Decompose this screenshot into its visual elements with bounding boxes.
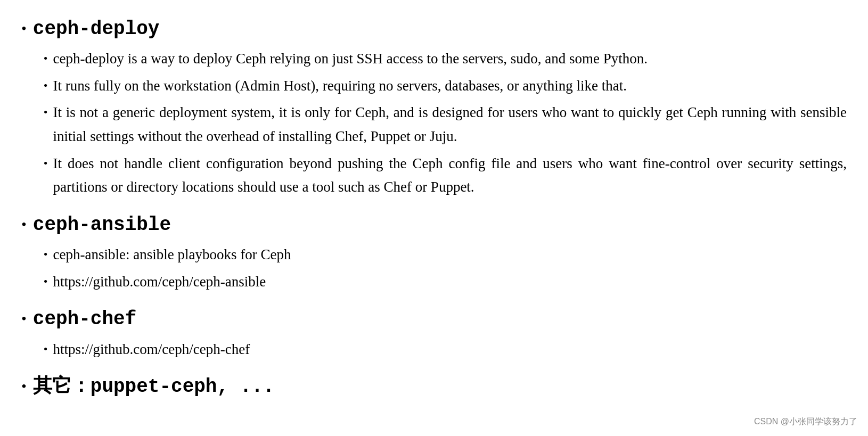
main-item-content-ceph-chef: ceph-chef•https://github.com/ceph/ceph-c… xyxy=(33,306,847,364)
main-item-content-ceph-ansible: ceph-ansible•ceph-ansible: ansible playb… xyxy=(33,212,847,297)
main-list-item-ceph-deploy: •ceph-deploy•ceph-deploy is a way to dep… xyxy=(21,16,847,202)
sub-bullet-ceph-ansible-1: • xyxy=(44,272,48,291)
sub-item-text-ceph-ansible-1: https://github.com/ceph/ceph-ansible xyxy=(53,270,847,294)
sub-bullet-ceph-deploy-2: • xyxy=(44,103,48,121)
main-list: •ceph-deploy•ceph-deploy is a way to dep… xyxy=(21,16,847,405)
sub-list-item-ceph-ansible-1: •https://github.com/ceph/ceph-ansible xyxy=(44,270,847,294)
sub-item-text-ceph-chef-0: https://github.com/ceph/ceph-chef xyxy=(53,338,847,361)
main-item-title-ceph-chef: ceph-chef xyxy=(33,306,847,333)
sub-bullet-ceph-chef-0: • xyxy=(44,340,48,358)
watermark: CSDN @小张同学该努力了 xyxy=(754,415,857,429)
main-bullet-ceph-chef: • xyxy=(21,307,27,331)
sub-item-text-ceph-deploy-2: It is not a generic deployment system, i… xyxy=(53,101,847,148)
sub-list-item-ceph-deploy-1: •It runs fully on the workstation (Admin… xyxy=(44,74,847,98)
main-item-title-other: 其它：puppet-ceph, ... xyxy=(33,374,847,400)
sub-list-ceph-chef: •https://github.com/ceph/ceph-chef xyxy=(44,338,847,361)
sub-list-item-ceph-deploy-2: •It is not a generic deployment system, … xyxy=(44,101,847,148)
sub-list-ceph-ansible: •ceph-ansible: ansible playbooks for Cep… xyxy=(44,243,847,293)
sub-item-text-ceph-deploy-3: It does not handle client configuration … xyxy=(53,152,847,199)
sub-list-item-ceph-chef-0: •https://github.com/ceph/ceph-chef xyxy=(44,338,847,361)
main-list-item-other: •其它：puppet-ceph, ... xyxy=(21,374,847,405)
sub-list-item-ceph-deploy-3: •It does not handle client configuration… xyxy=(44,152,847,199)
main-list-item-ceph-chef: •ceph-chef•https://github.com/ceph/ceph-… xyxy=(21,306,847,364)
main-item-title-ceph-deploy: ceph-deploy xyxy=(33,16,847,43)
sub-bullet-ceph-deploy-1: • xyxy=(44,76,48,95)
sub-bullet-ceph-deploy-0: • xyxy=(44,49,48,68)
main-list-item-ceph-ansible: •ceph-ansible•ceph-ansible: ansible play… xyxy=(21,212,847,297)
sub-bullet-ceph-deploy-3: • xyxy=(44,154,48,172)
sub-item-text-ceph-deploy-0: ceph-deploy is a way to deploy Ceph rely… xyxy=(53,47,847,71)
main-item-title-ceph-ansible: ceph-ansible xyxy=(33,212,847,238)
sub-list-item-ceph-ansible-0: •ceph-ansible: ansible playbooks for Cep… xyxy=(44,243,847,267)
sub-item-text-ceph-ansible-0: ceph-ansible: ansible playbooks for Ceph xyxy=(53,243,847,267)
main-bullet-other: • xyxy=(21,375,27,399)
sub-list-item-ceph-deploy-0: •ceph-deploy is a way to deploy Ceph rel… xyxy=(44,47,847,71)
main-bullet-ceph-ansible: • xyxy=(21,213,27,237)
main-item-content-other: 其它：puppet-ceph, ... xyxy=(33,374,847,405)
sub-list-ceph-deploy: •ceph-deploy is a way to deploy Ceph rel… xyxy=(44,47,847,199)
sub-bullet-ceph-ansible-0: • xyxy=(44,245,48,264)
main-bullet-ceph-deploy: • xyxy=(21,17,27,41)
sub-item-text-ceph-deploy-1: It runs fully on the workstation (Admin … xyxy=(53,74,847,98)
main-item-content-ceph-deploy: ceph-deploy•ceph-deploy is a way to depl… xyxy=(33,16,847,202)
